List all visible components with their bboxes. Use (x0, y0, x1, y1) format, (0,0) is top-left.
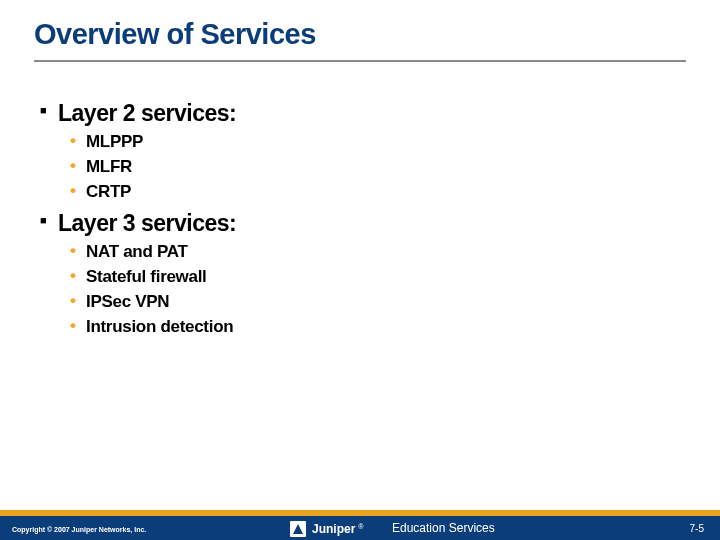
footer-edu-text: Education Services (392, 521, 495, 535)
logo-icon (290, 521, 306, 537)
page-number: 7-5 (690, 523, 704, 534)
title-underline (34, 60, 686, 62)
logo: Juniper ® (290, 521, 364, 537)
footer: Copyright © 2007 Juniper Networks, Inc. … (0, 510, 720, 540)
copyright-text: Copyright © 2007 Juniper Networks, Inc. (12, 526, 146, 533)
slide: Overview of Services Layer 2 services: M… (0, 0, 720, 540)
list-item: Stateful firewall (70, 266, 680, 289)
list-item: IPSec VPN (70, 291, 680, 314)
slide-title: Overview of Services (34, 18, 316, 51)
logo-text: Juniper (312, 522, 355, 536)
list-item: CRTP (70, 181, 680, 204)
list-item: Intrusion detection (70, 316, 680, 339)
list-item: NAT and PAT (70, 241, 680, 264)
list-item: MLFR (70, 156, 680, 179)
section-heading: Layer 2 services: (40, 100, 680, 127)
section-heading: Layer 3 services: (40, 210, 680, 237)
trademark-icon: ® (358, 523, 363, 530)
list-item: MLPPP (70, 131, 680, 154)
slide-content: Layer 2 services: MLPPP MLFR CRTP Layer … (40, 94, 680, 341)
